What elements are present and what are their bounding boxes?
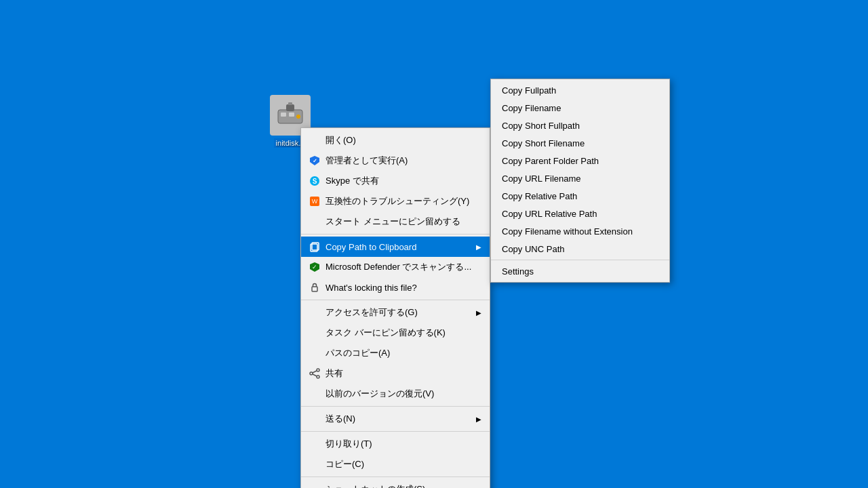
- lock-icon: [307, 281, 323, 294]
- submenu-item-copy-parent-folder-path[interactable]: Copy Parent Folder Path: [491, 152, 669, 169]
- share-icon: [307, 367, 323, 380]
- svg-rect-1: [281, 113, 286, 117]
- menu-item-skype[interactable]: S Skype で共有: [301, 171, 490, 191]
- svg-rect-2: [289, 113, 294, 117]
- menu-item-compat[interactable]: W 互換性のトラブルシューティング(Y): [301, 191, 490, 211]
- separator-5: [301, 476, 490, 477]
- submenu-item-copy-url-relative-path[interactable]: Copy URL Relative Path: [491, 205, 669, 222]
- svg-line-20: [313, 371, 317, 373]
- submenu-item-copy-fullpath[interactable]: Copy Fullpath: [491, 81, 669, 99]
- svg-rect-16: [312, 287, 317, 291]
- separator-1: [301, 234, 490, 235]
- copy-icon: [307, 458, 323, 471]
- defender-icon: ✓: [307, 260, 323, 274]
- menu-item-create-shortcut[interactable]: ショートカットの作成(S): [301, 479, 490, 488]
- shield-icon: ✓: [307, 154, 323, 167]
- svg-rect-3: [286, 104, 294, 111]
- menu-item-copy[interactable]: コピー(C): [301, 454, 490, 474]
- compat-icon: W: [307, 195, 323, 208]
- svg-rect-4: [288, 102, 292, 105]
- submenu-item-copy-filename[interactable]: Copy Filename: [491, 99, 669, 117]
- submenu-item-settings[interactable]: Settings: [491, 262, 669, 280]
- submenu-item-copy-relative-path[interactable]: Copy Relative Path: [491, 187, 669, 205]
- separator-3: [301, 406, 490, 407]
- menu-item-path-copy[interactable]: パスのコピー(A): [301, 343, 490, 363]
- menu-item-run-as-admin[interactable]: ✓ 管理者として実行(A): [301, 150, 490, 171]
- svg-text:✓: ✓: [312, 264, 317, 270]
- submenu-item-copy-filename-without-ext[interactable]: Copy Filename without Extension: [491, 222, 669, 240]
- access-icon: [307, 306, 323, 319]
- access-arrow: ▶: [476, 309, 481, 317]
- svg-text:S: S: [313, 178, 317, 185]
- menu-item-taskbar-pin[interactable]: タスク バーにピン留めする(K): [301, 323, 490, 343]
- submenu-item-copy-unc-path[interactable]: Copy UNC Path: [491, 240, 669, 258]
- svg-text:W: W: [312, 198, 318, 205]
- pin-start-icon: [307, 215, 323, 228]
- taskbar-icon: [307, 326, 323, 340]
- svg-point-17: [317, 369, 319, 371]
- menu-icon-open: [307, 134, 323, 147]
- separator-2: [301, 300, 490, 300]
- path-copy-icon: [307, 346, 323, 360]
- menu-item-access[interactable]: アクセスを許可する(G) ▶: [301, 302, 490, 323]
- cut-icon: [307, 437, 323, 451]
- menu-item-open[interactable]: 開く(O): [301, 130, 490, 150]
- menu-item-send-to[interactable]: 送る(N) ▶: [301, 409, 490, 429]
- copy-path-submenu: Copy Fullpath Copy Filename Copy Short F…: [490, 79, 670, 283]
- svg-point-19: [317, 375, 319, 378]
- submenu-item-copy-url-filename[interactable]: Copy URL Filename: [491, 169, 669, 187]
- menu-item-cut[interactable]: 切り取り(T): [301, 434, 490, 454]
- svg-text:✓: ✓: [313, 158, 317, 164]
- send-to-arrow: ▶: [476, 415, 481, 423]
- submenu-arrow: ▶: [476, 243, 481, 251]
- menu-item-defender[interactable]: ✓ Microsoft Defender でスキャンする...: [301, 257, 490, 277]
- menu-item-restore-prev[interactable]: 以前のバージョンの復元(V): [301, 384, 490, 404]
- menu-item-pin-start[interactable]: スタート メニューにピン留めする: [301, 211, 490, 232]
- menu-item-copy-path[interactable]: Copy Path to Clipboard ▶: [301, 237, 490, 257]
- svg-line-21: [313, 374, 317, 376]
- copy-path-icon: [307, 240, 323, 253]
- svg-point-5: [296, 115, 300, 119]
- submenu-item-copy-short-filename[interactable]: Copy Short Filename: [491, 134, 669, 152]
- separator-4: [301, 431, 490, 432]
- menu-item-whats-locking[interactable]: What's locking this file?: [301, 277, 490, 298]
- send-to-icon: [307, 412, 323, 426]
- context-menu: 開く(O) ✓ 管理者として実行(A) S Skype で共有 W 互: [300, 127, 490, 488]
- skype-icon: S: [307, 174, 323, 188]
- submenu-separator: [491, 260, 669, 260]
- restore-icon: [307, 387, 323, 401]
- shortcut-icon: [307, 483, 323, 488]
- submenu-item-copy-short-fullpath[interactable]: Copy Short Fullpath: [491, 117, 669, 134]
- svg-point-18: [310, 372, 313, 375]
- menu-item-share[interactable]: 共有: [301, 363, 490, 384]
